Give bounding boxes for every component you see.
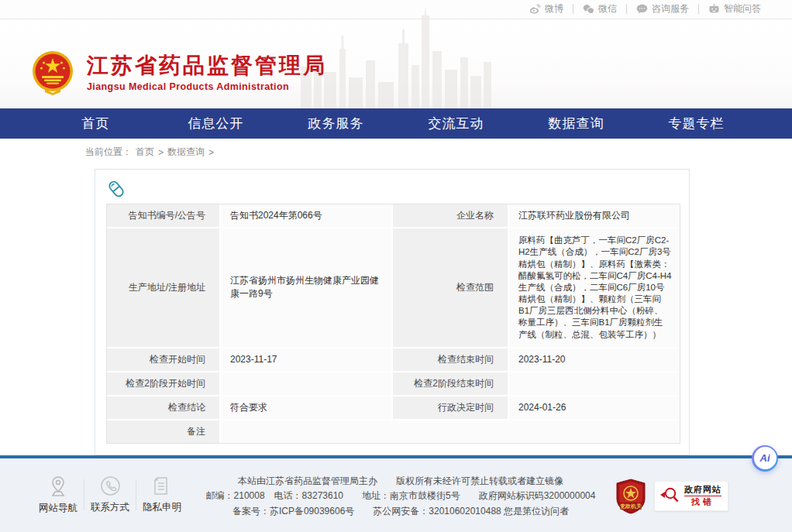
inspection-detail-card: 告知书编号/公告号 告知书2024年第066号 企业名称 江苏联环药业股份有限公… [95, 169, 690, 455]
breadcrumb-separator: > [208, 147, 214, 158]
footer-quick-links: 网站导航 联系方式 隐私申明 [34, 475, 186, 515]
national-emblem-logo [31, 50, 74, 95]
nav-item-info-disclosure[interactable]: 信息公开 [156, 108, 276, 139]
field-value-notice-number: 告知书2024年第066号 [221, 204, 393, 228]
footer-link-label: 网站导航 [39, 502, 77, 515]
field-value-inspection-start: 2023-11-17 [221, 348, 393, 372]
footer-line-icp: 备案号：苏ICP备09039606号 苏公网安备：32010602010488 … [186, 504, 615, 520]
magnifier-icon [659, 486, 680, 507]
svg-text:党政机关: 党政机关 [619, 503, 642, 510]
field-value-decision-date: 2024-01-26 [509, 396, 680, 420]
breadcrumb-link-home[interactable]: 首页 [136, 146, 154, 159]
badge-error-text: 政府网站 找错 [684, 485, 721, 507]
field-label-company-name: 企业名称 [393, 204, 509, 228]
footer-link-sitemap[interactable]: 网站导航 [34, 475, 82, 515]
field-value-company-name: 江苏联环药业股份有限公司 [509, 204, 680, 228]
ai-assistant-label: Ai [754, 447, 777, 469]
main-content: 当前位置： 首页 > 数据查询 > 告知书编号/公告号 [0, 139, 792, 455]
field-value-conclusion: 符合要求 [221, 396, 393, 420]
field-value-address: 江苏省扬州市扬州生物健康产业园健康一路9号 [221, 228, 393, 348]
field-value-inspection-end: 2023-11-20 [509, 348, 680, 372]
topbar-item-weibo[interactable]: 微博 [520, 2, 573, 15]
footer-link-privacy[interactable]: 隐私申明 [138, 475, 186, 514]
field-label-notice-number: 告知书编号/公告号 [107, 204, 221, 228]
table-row: 生产地址/注册地址 江苏省扬州市扬州生物健康产业园健康一路9号 检查范围 原料药… [107, 228, 680, 348]
divider [136, 479, 136, 510]
divider [84, 479, 84, 510]
brand-text: 江苏省药品监督管理局 Jiangsu Medical Products Admi… [87, 53, 327, 92]
phone-icon [100, 475, 121, 496]
brand: 江苏省药品监督管理局 Jiangsu Medical Products Admi… [31, 50, 327, 95]
breadcrumb-prefix: 当前位置： [85, 146, 132, 159]
table-row: 备注 [107, 420, 680, 443]
nav-item-home[interactable]: 首页 [36, 108, 156, 139]
party-gov-badge[interactable]: 党政机关 [615, 479, 646, 514]
field-label-decision-date: 行政决定时间 [393, 396, 509, 420]
main-nav: 首页 信息公开 政务服务 交流互动 数据查询 专题专栏 [0, 108, 792, 139]
field-value-phase2-end [509, 372, 680, 396]
badge-error-line1: 政府网站 [684, 485, 721, 496]
nav-item-interaction[interactable]: 交流互动 [396, 108, 516, 139]
footer-badges: 党政机关 政府网站 找错 [615, 479, 728, 514]
nav-item-data-query[interactable]: 数据查询 [516, 108, 636, 139]
field-value-inspection-scope: 原料药【曲克芦丁，一车间C2厂房C2-H2生产线（合成），一车间C2厂房3号精烘… [509, 228, 680, 348]
field-label-inspection-end: 检查结束时间 [393, 348, 509, 372]
field-label-address: 生产地址/注册地址 [107, 228, 221, 348]
chat-bubble-icon [636, 4, 648, 14]
table-row: 检查开始时间 2023-11-17 检查结束时间 2023-11-20 [107, 348, 680, 372]
topbar-item-consult[interactable]: 咨询服务 [627, 2, 698, 15]
table-row: 告知书编号/公告号 告知书2024年第066号 企业名称 江苏联环药业股份有限公… [107, 204, 680, 228]
wechat-icon [583, 4, 594, 14]
footer-link-contact[interactable]: 联系方式 [86, 475, 134, 514]
topbar-item-label: 微博 [545, 2, 563, 15]
site-title: 江苏省药品监督管理局 [87, 53, 327, 79]
location-pin-icon [48, 475, 68, 497]
field-value-phase2-start [221, 372, 393, 396]
city-skyline-decoration [301, 6, 494, 108]
table-row: 检查结论 符合要求 行政决定时间 2024-01-26 [107, 396, 680, 420]
pill-icon-wrap [106, 177, 678, 204]
robot-icon [708, 4, 720, 14]
page: 微博 微信 咨询服务 智能问答 [0, 0, 792, 532]
footer-line-host: 本站由江苏省药品监督管理局主办 版权所有未经许可禁止转载或者建立镜像 [186, 474, 615, 489]
nav-item-gov-services[interactable]: 政务服务 [276, 108, 396, 139]
table-row: 检查2阶段开始时间 检查2阶段结束时间 [107, 372, 680, 396]
footer-link-label: 联系方式 [91, 501, 129, 514]
topbar-item-wechat[interactable]: 微信 [573, 2, 626, 15]
footer: Ai 网站导航 联系方式 隐私申明 [0, 455, 792, 532]
topbar-item-label: 微信 [598, 2, 617, 15]
site-subtitle: Jiangsu Medical Products Administration [87, 81, 327, 92]
field-label-phase2-end: 检查2阶段结束时间 [393, 372, 509, 396]
capsule-pill-icon [106, 179, 126, 199]
document-icon [152, 475, 172, 496]
field-label-phase2-start: 检查2阶段开始时间 [107, 372, 221, 396]
field-label-inspection-scope: 检查范围 [393, 228, 509, 348]
inspection-detail-table: 告知书编号/公告号 告知书2024年第066号 企业名称 江苏联环药业股份有限公… [106, 204, 680, 444]
breadcrumb-separator: > [158, 147, 164, 158]
nav-item-special-topics[interactable]: 专题专栏 [636, 108, 756, 139]
footer-legal-text: 本站由江苏省药品监督管理局主办 版权所有未经许可禁止转载或者建立镜像 邮编：21… [186, 472, 615, 520]
breadcrumb: 当前位置： 首页 > 数据查询 > [0, 139, 792, 164]
ai-assistant-button[interactable]: Ai [752, 445, 778, 472]
topbar-item-smart-qa[interactable]: 智能问答 [699, 2, 770, 15]
gov-site-error-report-badge[interactable]: 政府网站 找错 [654, 481, 728, 511]
field-value-remarks [221, 420, 680, 443]
weibo-icon [529, 4, 541, 14]
breadcrumb-link-data-query[interactable]: 数据查询 [167, 146, 205, 159]
field-label-remarks: 备注 [107, 420, 221, 443]
field-label-inspection-start: 检查开始时间 [107, 348, 221, 372]
field-label-conclusion: 检查结论 [107, 396, 221, 420]
footer-line-contact: 邮编：210008 电话：83273610 地址：南京市鼓楼街5号 政府网站标识… [186, 489, 615, 504]
footer-link-label: 隐私申明 [143, 501, 181, 514]
site-header: 江苏省药品监督管理局 Jiangsu Medical Products Admi… [0, 19, 792, 109]
topbar-item-label: 智能问答 [724, 2, 761, 15]
badge-error-line2: 找错 [691, 497, 715, 507]
topbar-item-label: 咨询服务 [652, 2, 689, 15]
